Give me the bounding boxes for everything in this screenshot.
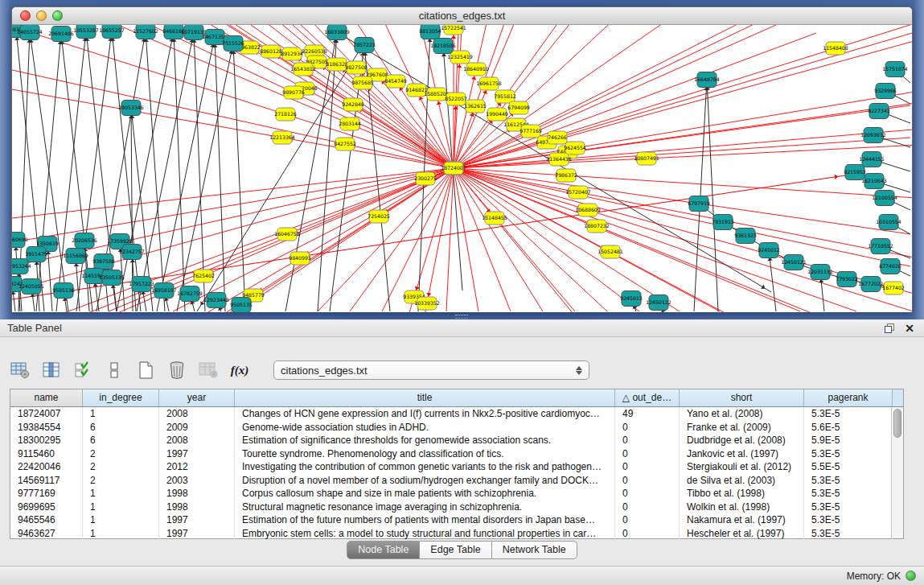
graph-node[interactable]: 18807232 bbox=[584, 220, 610, 233]
graph-node[interactable]: 15052481 bbox=[598, 245, 623, 258]
graph-node[interactable]: 9329966 bbox=[874, 84, 897, 99]
graph-node[interactable]: 16961758 bbox=[476, 77, 502, 90]
zoom-window-button[interactable] bbox=[52, 10, 63, 21]
graph-node[interactable]: 10310554 bbox=[876, 215, 901, 230]
graph-node[interactable]: 12093832 bbox=[860, 128, 886, 143]
graph-node[interactable]: 9827508 bbox=[345, 61, 368, 74]
graph-node[interactable]: 16782759 bbox=[177, 286, 203, 302]
graph-node[interactable]: 8912934 bbox=[281, 47, 303, 60]
graph-node[interactable]: 17710552 bbox=[868, 239, 893, 254]
graph-node[interactable]: 16033809 bbox=[324, 25, 350, 40]
tab-network-table[interactable]: Network Table bbox=[492, 541, 577, 559]
graph-node[interactable]: 12450122 bbox=[646, 295, 671, 311]
graph-node[interactable]: 8215953 bbox=[844, 165, 866, 180]
graph-node[interactable]: 8813054 bbox=[419, 25, 441, 39]
graph-node[interactable]: 9381323 bbox=[734, 229, 757, 244]
delete-icon[interactable] bbox=[166, 360, 187, 381]
graph-node[interactable]: 1677402 bbox=[882, 282, 905, 295]
graph-node[interactable]: 7254025 bbox=[368, 210, 390, 223]
graph-node[interactable]: 1362615 bbox=[464, 100, 487, 113]
new-file-icon[interactable] bbox=[135, 360, 156, 381]
column-header-year[interactable]: year bbox=[159, 389, 235, 406]
tab-edge-table[interactable]: Edge Table bbox=[420, 541, 491, 559]
graph-node[interactable]: 10553287 bbox=[73, 25, 99, 39]
table-row[interactable]: 977716911998Corpus callosum shape and si… bbox=[10, 487, 903, 501]
graph-node[interactable]: 18724007 bbox=[441, 162, 466, 175]
graph-node[interactable]: 3915479 bbox=[25, 247, 47, 262]
graph-node[interactable]: 12405055 bbox=[18, 279, 44, 295]
graph-node[interactable]: 21364436 bbox=[546, 153, 572, 166]
vertical-scrollbar[interactable] bbox=[891, 407, 903, 538]
graph-node[interactable]: 9245012 bbox=[758, 243, 780, 258]
column-header-title[interactable]: title bbox=[235, 389, 615, 406]
graph-node[interactable]: 11548408 bbox=[823, 42, 848, 55]
graph-node[interactable]: 9840993 bbox=[289, 252, 311, 265]
graph-node[interactable]: 8454749 bbox=[384, 75, 407, 88]
column-header-pagerank[interactable]: pagerank bbox=[804, 389, 893, 406]
close-window-button[interactable] bbox=[20, 10, 31, 21]
column-header-name[interactable]: name bbox=[10, 389, 83, 406]
table-row[interactable]: 1830029562008Estimation of significance … bbox=[10, 434, 903, 447]
close-panel-icon[interactable]: ✕ bbox=[905, 323, 914, 334]
graph-node[interactable]: 1990449 bbox=[486, 108, 508, 121]
graph-node[interactable]: 16046758 bbox=[274, 228, 300, 241]
graph-node[interactable]: 7515526 bbox=[222, 36, 244, 51]
column-header-short[interactable]: short bbox=[680, 389, 804, 406]
table-row[interactable]: 1872400712008Changes of HCN gene express… bbox=[10, 407, 903, 421]
graph-node[interactable]: 15720407 bbox=[565, 186, 591, 199]
minimize-window-button[interactable] bbox=[36, 10, 47, 21]
table-row[interactable]: 946362711997Embryonic stem cells: a mode… bbox=[10, 527, 903, 541]
graph-node[interactable]: 8860128 bbox=[260, 45, 282, 58]
graph-node[interactable]: 7793022 bbox=[836, 272, 858, 287]
graph-node[interactable]: 19218506 bbox=[430, 39, 456, 54]
graph-node[interactable]: 9227343 bbox=[868, 104, 890, 119]
graph-node[interactable]: 9242848 bbox=[342, 98, 364, 111]
graph-node[interactable]: 20206536 bbox=[72, 233, 97, 249]
column-check-icon[interactable] bbox=[72, 360, 93, 381]
network-canvas[interactable]: 7963822886012889129342226053898275051654… bbox=[12, 25, 912, 312]
graph-node[interactable]: 9890776 bbox=[282, 86, 305, 99]
graph-node[interactable]: 9397588 bbox=[92, 254, 115, 270]
graph-node[interactable]: 16648784 bbox=[694, 72, 720, 88]
column-header-out_degree[interactable]: △ out_de… bbox=[615, 389, 680, 406]
graph-node[interactable]: 16958107 bbox=[151, 283, 177, 299]
graph-node[interactable]: 12100554 bbox=[872, 191, 897, 206]
graph-node[interactable]: 2300275 bbox=[414, 172, 437, 185]
graph-node[interactable]: 9245013 bbox=[620, 291, 643, 307]
tab-node-table[interactable]: Node Table bbox=[347, 541, 420, 559]
graph-node[interactable]: 18953244 bbox=[12, 259, 31, 274]
column-header-in_degree[interactable]: in_degree bbox=[83, 389, 159, 406]
table-row[interactable]: 969969511998Structural magnetic resonanc… bbox=[10, 501, 903, 514]
graph-node[interactable]: 11527602 bbox=[133, 25, 158, 39]
graph-node[interactable]: 18640910 bbox=[463, 63, 489, 76]
table-row[interactable]: 2242004622012Investigating the contribut… bbox=[10, 460, 903, 474]
graph-node[interactable]: 16772021 bbox=[858, 277, 884, 292]
graph-node[interactable]: 746266 bbox=[548, 131, 567, 144]
graph-node[interactable]: 15148455 bbox=[482, 212, 507, 225]
graph-node[interactable]: 6794099 bbox=[507, 101, 530, 114]
graph-node[interactable]: 9875685 bbox=[351, 76, 374, 89]
scrollbar-thumb[interactable] bbox=[893, 409, 901, 438]
graph-node[interactable]: 13505135 bbox=[99, 270, 125, 286]
graph-node[interactable]: 25160690 bbox=[12, 233, 28, 248]
select-column-icon[interactable] bbox=[41, 360, 62, 381]
graph-node[interactable]: 7625402 bbox=[192, 270, 215, 282]
graph-node[interactable]: 9505136 bbox=[52, 283, 75, 299]
network-view-window[interactable]: citations_edges.txt 79638228860128891293… bbox=[11, 6, 913, 312]
network-graph[interactable]: 7963822886012889129342226053898275051654… bbox=[12, 25, 912, 312]
graph-node[interactable]: 29053346 bbox=[118, 101, 144, 116]
graph-node[interactable]: 2803144 bbox=[339, 117, 361, 130]
graph-node[interactable]: 12213364 bbox=[269, 131, 295, 144]
graph-node[interactable]: 10807491 bbox=[634, 152, 659, 165]
table-row[interactable]: 1938455462009Genome-wide association stu… bbox=[10, 421, 903, 435]
graph-node[interactable]: 12031131 bbox=[807, 265, 833, 280]
table-row[interactable]: 1456911722003Disruption of a novel membe… bbox=[10, 474, 903, 488]
graph-node[interactable]: 11156869 bbox=[63, 249, 88, 264]
graph-node[interactable]: 2718126 bbox=[274, 108, 297, 121]
graph-node[interactable]: 9505135 bbox=[230, 298, 253, 313]
float-panel-icon[interactable] bbox=[884, 323, 895, 334]
function-builder-icon[interactable]: f(x) bbox=[229, 360, 250, 381]
table-row[interactable]: 911546021997Tourette syndrome. Phenomeno… bbox=[10, 447, 903, 461]
graph-node[interactable]: 20691406 bbox=[48, 27, 74, 42]
table-row[interactable]: 946554611997Estimation of the future num… bbox=[10, 513, 903, 527]
